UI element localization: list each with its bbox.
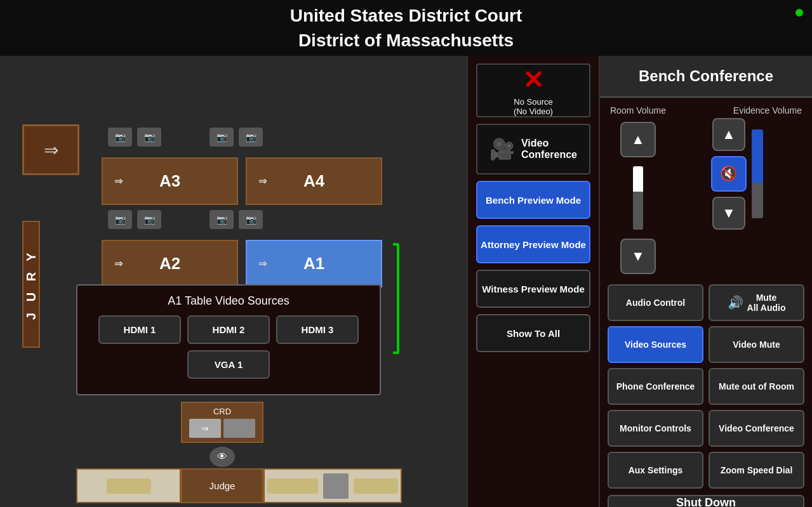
app-title: United States District Court District of… [290, 3, 522, 53]
crd-monitor: ⇒ [189, 419, 221, 438]
judge-label: Judge [210, 480, 236, 491]
table-A3-label: A3 [159, 171, 180, 191]
video-sources-panel: A1 Table Video Sources HDMI 1 HDMI 2 HDM… [76, 284, 381, 395]
evidence-volume-label: Evidence Volume [672, 105, 802, 115]
video-mute-btn[interactable]: Video Mute [709, 326, 804, 363]
evidence-volume-group: Evidence Volume ▲ 🔇 ▼ [672, 105, 802, 230]
row1-cameras: 📷 📷 📷 📷 [108, 128, 263, 147]
monitor-controls-btn[interactable]: Monitor Controls [608, 410, 703, 447]
witness-preview-label: Witness Preview Mode [482, 284, 585, 294]
no-source-display: ✕ No Source(No Video) [476, 63, 590, 117]
ctrl-row-5: Aux Settings Zoom Speed Dial [600, 449, 812, 491]
evidence-mute-icon: 🔇 [720, 166, 737, 182]
zoom-speed-dial-btn[interactable]: Zoom Speed Dial [709, 452, 804, 489]
camera-A1-right: 📷 [239, 210, 263, 229]
ev-vol-down-btn[interactable]: ▼ [712, 197, 745, 230]
room-vol-slider[interactable] [633, 166, 643, 230]
table-row-2: ⇒ A2 ⇒ A1 [102, 240, 382, 287]
table-A1[interactable]: ⇒ A1 [246, 240, 382, 287]
judge-left-section [76, 468, 181, 503]
crd-camera: 👁 [210, 447, 235, 467]
camera-A2-left: 📷 [108, 210, 132, 229]
vga1-btn[interactable]: VGA 1 [187, 350, 270, 379]
ev-vol-down-icon: ▼ [722, 205, 736, 221]
judge-label-box: Judge [181, 468, 263, 503]
ctrl-row-3: Phone Conference Mute out of Room [600, 365, 812, 407]
phone-conference-label: Phone Conference [616, 381, 695, 392]
table-A1-label: A1 [303, 254, 324, 273]
video-sources-btn[interactable]: Video Sources [608, 326, 703, 363]
crd-container: CRD ⇒ 👁 [181, 402, 263, 467]
table-A3[interactable]: ⇒ A3 [102, 157, 238, 205]
shut-down-label: Shut Down [676, 496, 736, 507]
judge-right-section [263, 468, 402, 503]
show-to-all-button[interactable]: Show To All [476, 314, 590, 352]
video-conference-label: Video Conference [719, 423, 794, 433]
video-conf-label: VideoConference [521, 138, 577, 161]
main-content: J U R Y ⇒ 📷 📷 📷 📷 ⇒ A3 ⇒ A4 � [0, 56, 812, 507]
table-A2-icon: ⇒ [114, 258, 123, 270]
right-panel: Bench Conference Room Volume ▲ ▼ Evidenc… [600, 56, 812, 507]
row2-cameras: 📷 📷 📷 📷 [108, 210, 263, 229]
jury-label: J U R Y [24, 249, 39, 320]
room-volume-group: Room Volume ▲ ▼ [610, 105, 666, 274]
source-buttons-row2: VGA 1 [86, 350, 371, 379]
table-A2[interactable]: ⇒ A2 [102, 240, 238, 287]
camera-A3-right: 📷 [137, 128, 161, 147]
room-vol-down-btn[interactable]: ▼ [620, 239, 656, 274]
table-A4[interactable]: ⇒ A4 [246, 157, 382, 205]
ev-vol-up-btn[interactable]: ▲ [712, 118, 745, 151]
show-to-all-label: Show To All [507, 328, 560, 339]
witness-preview-button[interactable]: Witness Preview Mode [476, 270, 590, 308]
hdmi3-btn[interactable]: HDMI 3 [276, 315, 359, 344]
evidence-mute-btn[interactable]: 🔇 [711, 156, 747, 192]
top-left-monitor[interactable]: ⇒ [22, 124, 79, 175]
video-conference-button[interactable]: 🎥 VideoConference [476, 124, 590, 174]
bench-preview-label: Bench Preview Mode [486, 195, 581, 206]
shut-down-btn[interactable]: Shut Down [608, 495, 804, 507]
no-source-x: ✕ [522, 65, 544, 95]
table-A3-icon: ⇒ [114, 175, 123, 187]
ev-mute-group: ▲ 🔇 ▼ [711, 118, 747, 230]
camera-A4-right: 📷 [239, 128, 263, 147]
ev-controls: ▲ 🔇 ▼ [711, 118, 763, 230]
camera-A1-left: 📷 [210, 210, 234, 229]
speaker-icon: 🔊 [728, 295, 743, 310]
table-A4-label: A4 [303, 171, 324, 191]
table-A2-label: A2 [159, 254, 180, 273]
hdmi2-btn[interactable]: HDMI 2 [187, 315, 270, 344]
room-volume-label: Room Volume [610, 105, 666, 115]
room-vol-up-btn[interactable]: ▲ [620, 122, 656, 157]
ctrl-row-4: Monitor Controls Video Conference [600, 407, 812, 449]
title-line1: United States District Court [290, 3, 522, 28]
judge-right-item2 [323, 473, 349, 499]
aux-settings-btn[interactable]: Aux Settings [608, 452, 703, 489]
audio-control-btn[interactable]: Audio Control [608, 284, 703, 321]
crd-display [223, 419, 255, 438]
judge-right-item1 [267, 478, 318, 494]
no-source-label: No Source(No Video) [514, 97, 553, 116]
aux-settings-label: Aux Settings [629, 465, 683, 475]
title-line2: District of Massachusetts [290, 28, 522, 53]
room-vol-down-icon: ▼ [631, 248, 645, 265]
phone-conference-btn[interactable]: Phone Conference [608, 368, 703, 405]
mute-all-btn[interactable]: 🔊 MuteAll Audio [709, 284, 804, 321]
bench-preview-button[interactable]: Bench Preview Mode [476, 181, 590, 219]
mute-out-of-room-label: Mute out of Room [719, 381, 794, 392]
judge-right-item3 [354, 478, 398, 494]
evidence-vol-slider[interactable] [752, 129, 763, 218]
crd-box: CRD ⇒ [181, 402, 263, 443]
ctrl-row-2: Video Sources Video Mute [600, 324, 812, 365]
ctrl-row-1: Audio Control 🔊 MuteAll Audio [600, 282, 812, 324]
video-conference-btn[interactable]: Video Conference [709, 410, 804, 447]
source-buttons-row1: HDMI 1 HDMI 2 HDMI 3 [86, 315, 371, 344]
attorney-preview-label: Attorney Preview Mode [481, 239, 586, 250]
status-indicator [795, 9, 803, 16]
mute-out-of-room-btn[interactable]: Mute out of Room [709, 368, 804, 405]
courtroom-diagram: J U R Y ⇒ 📷 📷 📷 📷 ⇒ A3 ⇒ A4 � [0, 56, 467, 507]
video-conf-icon: 🎥 [489, 137, 515, 161]
table-row-1: ⇒ A3 ⇒ A4 [102, 157, 382, 205]
attorney-preview-button[interactable]: Attorney Preview Mode [476, 225, 590, 263]
bench-conference-title: Bench Conference [600, 56, 812, 98]
hdmi1-btn[interactable]: HDMI 1 [98, 315, 181, 344]
